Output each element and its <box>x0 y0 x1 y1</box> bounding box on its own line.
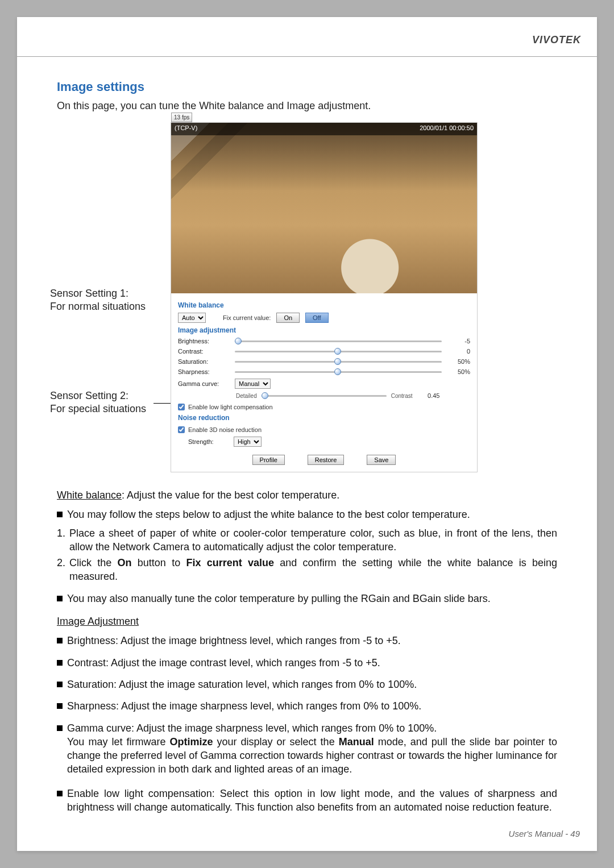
action-buttons: Profile Restore Save <box>178 455 470 465</box>
wb-off-button[interactable]: Off <box>305 313 328 323</box>
anno1-title: Sensor Setting 1: <box>50 287 146 300</box>
gamma-value: 0.45 <box>417 392 440 399</box>
brand-label: VIVOTEK <box>532 34 581 46</box>
bullet-icon <box>57 682 63 687</box>
contrast-value: 0 <box>447 348 470 355</box>
gamma-contrast-label: Contrast <box>391 393 413 399</box>
sharpness-row: Sharpness: 50% <box>178 368 470 375</box>
bullet-icon <box>57 703 63 709</box>
ia-heading: Image Adjustment <box>57 614 557 628</box>
sharpness-value: 50% <box>447 368 470 375</box>
page-footer: User's Manual - 49 <box>509 829 580 838</box>
brightness-value: -5 <box>447 338 470 344</box>
bullet-icon <box>57 512 63 517</box>
noise-reduction-heading: Noise reduction <box>178 414 470 422</box>
stream-label: (TCP-V) <box>175 124 197 134</box>
body-text: White balance: Adjust the value for the … <box>57 488 557 814</box>
wb-bullet1: You may follow the steps below to adjust… <box>57 508 557 521</box>
lowlight-checkbox-row: Enable low light compensation <box>178 404 470 410</box>
strength-label: Strength: <box>188 438 228 445</box>
ia-brightness: Brightness: Adjust the image brightness … <box>57 634 557 647</box>
annotation-sensor1: Sensor Setting 1: For normal situations <box>50 287 146 314</box>
gamma-slider[interactable] <box>262 395 387 397</box>
settings-body: White balance Auto Fix current value: On… <box>171 293 477 472</box>
lowlight-checkbox[interactable] <box>178 404 185 410</box>
saturation-label: Saturation: <box>178 358 229 365</box>
section-title: Image settings <box>57 80 557 94</box>
wb-fix-label: Fix current value: <box>223 314 271 321</box>
bullet-icon <box>57 791 63 796</box>
ia-lowlight: Enable low light compensation: Select th… <box>57 787 557 815</box>
gamma-detailed-label: Detailed <box>236 393 257 399</box>
intro-text: On this page, you can tune the White bal… <box>57 100 557 112</box>
video-preview: (TCP-V) 2000/01/1 00:00:50 <box>171 123 477 293</box>
contrast-slider[interactable] <box>235 351 442 352</box>
video-timestamp: 2000/01/1 00:00:50 <box>420 124 474 134</box>
enable3d-checkbox[interactable] <box>178 426 185 433</box>
saturation-slider[interactable] <box>235 361 442 363</box>
bullet-icon <box>57 725 63 731</box>
gamma-row: Gamma curve: Manual <box>178 379 470 389</box>
anno1-desc: For normal situations <box>50 300 146 313</box>
restore-button[interactable]: Restore <box>308 455 345 465</box>
anno2-title: Sensor Setting 2: <box>50 389 146 402</box>
step-2: 2. Click the On button to Fix current va… <box>57 556 557 584</box>
wb-para: White balance: Adjust the value for the … <box>57 488 557 502</box>
enable3d-label: Enable 3D noise reduction <box>188 426 262 433</box>
enable3d-checkbox-row: Enable 3D noise reduction <box>178 426 470 433</box>
step-1: 1.Place a sheet of paper of white or coo… <box>57 526 557 554</box>
white-balance-heading: White balance <box>178 301 470 309</box>
profile-button[interactable]: Profile <box>252 455 285 465</box>
saturation-value: 50% <box>447 358 470 365</box>
gamma-sub-row: Detailed Contrast 0.45 <box>236 392 470 399</box>
strength-select[interactable]: High <box>234 437 262 447</box>
ia-saturation: Saturation: Adjust the image saturation … <box>57 678 557 691</box>
sharpness-label: Sharpness: <box>178 368 229 375</box>
ia-sharpness: Sharpness: Adjust the image sharpness le… <box>57 699 557 713</box>
bullet-icon <box>57 596 63 601</box>
saturation-row: Saturation: 50% <box>178 358 470 365</box>
wb-underline: White balance <box>57 489 122 501</box>
ia-gamma: Gamma curve: Adjust the image sharpness … <box>57 721 557 776</box>
fps-indicator: 13 fps <box>171 113 192 122</box>
settings-panel: 13 fps (TCP-V) 2000/01/1 00:00:50 White … <box>171 122 478 472</box>
gamma-mode-select[interactable]: Manual <box>235 379 271 389</box>
contrast-label: Contrast: <box>178 348 229 355</box>
annotation-sensor2: Sensor Setting 2: For special situations <box>50 389 146 416</box>
document-page: VIVOTEK Image settings On this page, you… <box>17 17 597 851</box>
brightness-slider[interactable] <box>235 340 442 342</box>
brightness-row: Brightness: -5 <box>178 338 470 344</box>
page-content: Image settings On this page, you can tun… <box>17 57 597 814</box>
gamma-label: Gamma curve: <box>178 380 229 387</box>
brightness-label: Brightness: <box>178 338 229 344</box>
page-header: VIVOTEK <box>17 17 597 57</box>
ia-contrast: Contrast: Adjust the image contrast leve… <box>57 656 557 670</box>
bullet-icon <box>57 660 63 666</box>
sharpness-slider[interactable] <box>235 371 442 373</box>
contrast-row: Contrast: 0 <box>178 348 470 355</box>
white-balance-row: Auto Fix current value: On Off <box>178 313 470 323</box>
wb-mode-select[interactable]: Auto <box>178 313 206 323</box>
save-button[interactable]: Save <box>367 455 396 465</box>
numbered-list: 1.Place a sheet of paper of white or coo… <box>57 526 557 584</box>
video-overlay: (TCP-V) 2000/01/1 00:00:50 <box>171 123 477 135</box>
bullet-icon <box>57 638 63 643</box>
wb-on-button[interactable]: On <box>276 313 300 323</box>
image-adjustment-heading: Image adjustment <box>178 326 470 334</box>
anno2-desc: For special situations <box>50 402 146 416</box>
wb-bullet2: You may also manually tune the color tem… <box>57 592 557 605</box>
strength-row: Strength: High <box>188 437 470 447</box>
lowlight-label: Enable low light compensation <box>188 404 273 410</box>
